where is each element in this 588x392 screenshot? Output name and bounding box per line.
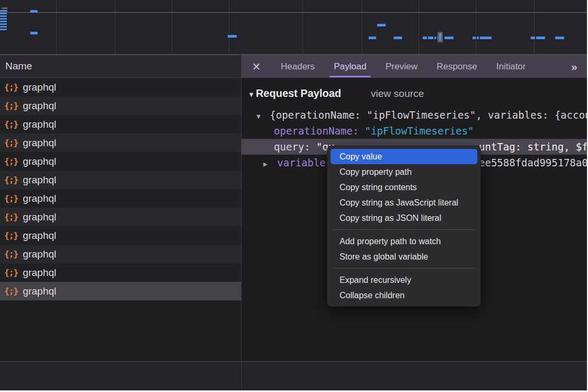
property-name: variables xyxy=(273,157,332,168)
tab-payload[interactable]: Payload xyxy=(324,55,376,78)
more-tabs-icon[interactable]: » xyxy=(562,55,587,78)
request-row[interactable]: {;}graphql xyxy=(0,189,241,208)
overview-request-bar xyxy=(0,18,7,20)
view-source-link[interactable]: view source xyxy=(371,88,424,99)
request-row[interactable]: {;}graphql xyxy=(0,133,241,152)
json-braces-icon: {;} xyxy=(4,101,18,111)
request-name: graphql xyxy=(23,82,56,93)
overview-request-bar xyxy=(0,29,7,30)
tabs-holder: HeadersPayloadPreviewResponseInitiator xyxy=(271,55,535,78)
menu-item-store-as-global-variable[interactable]: Store as global variable xyxy=(331,249,477,264)
request-rows: {;}graphql{;}graphql{;}graphql{;}graphql… xyxy=(0,78,241,300)
request-name: graphql xyxy=(23,230,56,242)
overview-request-bar xyxy=(444,37,453,39)
menu-item-copy-string-contents[interactable]: Copy string contents xyxy=(331,180,477,195)
menu-item-add-property-path-to-watch[interactable]: Add property path to watch xyxy=(331,234,477,249)
tab-headers[interactable]: Headers xyxy=(271,55,324,78)
tab-preview[interactable]: Preview xyxy=(376,55,427,78)
property-separator: : xyxy=(304,141,316,153)
json-braces-icon: {;} xyxy=(4,138,18,148)
overview-request-bar xyxy=(428,37,433,39)
request-row[interactable]: {;}graphql xyxy=(0,152,241,171)
overview-request-bar xyxy=(555,37,564,39)
overview-gridline xyxy=(0,12,587,13)
overview-request-bar xyxy=(423,37,427,39)
tab-label: Headers xyxy=(281,61,315,72)
json-braces-icon: {;} xyxy=(4,82,18,92)
request-row[interactable]: {;}graphql xyxy=(0,96,241,115)
property-value: "ipFlowTimeseries" xyxy=(365,125,474,137)
request-row[interactable]: {;}graphql xyxy=(0,78,241,96)
menu-item-expand-recursively[interactable]: Expand recursively xyxy=(331,272,477,288)
request-row[interactable]: {;}graphql xyxy=(0,282,241,300)
object-preview-text: {operationName: "ipFlowTimeseries", vari… xyxy=(266,109,587,121)
property-separator: : xyxy=(353,125,365,137)
request-name: graphql xyxy=(23,211,56,223)
collapse-triangle-icon[interactable]: ▼ xyxy=(248,91,255,99)
name-column-header[interactable]: Name xyxy=(0,55,241,78)
overview-request-bar xyxy=(369,37,376,39)
tab-response[interactable]: Response xyxy=(427,55,487,78)
network-overview-timeline[interactable] xyxy=(0,0,587,55)
close-icon[interactable]: ✕ xyxy=(242,55,271,78)
expand-triangle-icon[interactable]: ▶ xyxy=(242,160,268,168)
request-name: graphql xyxy=(23,174,56,186)
property-value-right-fragment: untTag: string, $f xyxy=(479,139,587,155)
overview-gridline xyxy=(302,0,303,54)
overview-gridline xyxy=(172,0,172,54)
overview-request-bar xyxy=(30,32,38,34)
overview-request-bar xyxy=(477,37,479,39)
overview-hover-marker xyxy=(438,32,443,42)
menu-divider xyxy=(333,268,475,269)
menu-item-copy-string-as-json-literal[interactable]: Copy string as JSON literal xyxy=(331,210,477,226)
overview-hover-marker-bar xyxy=(439,33,441,41)
overview-gridline xyxy=(418,0,419,54)
tab-initiator[interactable]: Initiator xyxy=(487,55,536,78)
request-row[interactable]: {;}graphql xyxy=(0,245,241,263)
menu-item-copy-value[interactable]: Copy value xyxy=(331,149,477,164)
devtools-window: Name {;}graphql{;}graphql{;}graphql{;}gr… xyxy=(0,0,587,390)
request-row[interactable]: {;}graphql xyxy=(0,263,241,282)
tree-row-operation-name[interactable]: operationName: "ipFlowTimeseries" xyxy=(242,123,587,139)
request-row[interactable]: {;}graphql xyxy=(0,208,241,226)
request-row[interactable]: {;}graphql xyxy=(0,171,241,189)
overview-request-bar xyxy=(30,10,38,13)
overview-gridline xyxy=(362,0,362,54)
json-braces-icon: {;} xyxy=(4,175,18,185)
tab-label: Preview xyxy=(386,61,417,72)
request-payload-header: ▼Request Payloadview source xyxy=(248,87,424,100)
overview-request-bar xyxy=(377,24,386,26)
overview-gridline xyxy=(476,0,476,54)
json-braces-icon: {;} xyxy=(4,156,18,166)
section-title: Request Payload xyxy=(256,87,341,99)
tree-row-object-preview[interactable]: ▼ {operationName: "ipFlowTimeseries", va… xyxy=(242,107,587,123)
request-row[interactable]: {;}graphql xyxy=(0,226,241,245)
request-name: graphql xyxy=(23,248,56,260)
overview-request-bar xyxy=(0,10,7,12)
collapse-triangle-icon[interactable]: ▼ xyxy=(242,112,261,120)
tab-label: Initiator xyxy=(496,61,526,72)
menu-item-collapse-children[interactable]: Collapse children xyxy=(331,288,477,303)
overview-gridline xyxy=(534,0,534,54)
request-name: graphql xyxy=(23,100,56,112)
menu-item-copy-property-path[interactable]: Copy property path xyxy=(331,164,477,180)
overview-request-bar xyxy=(0,26,7,28)
request-name: graphql xyxy=(23,193,56,204)
tab-label: Response xyxy=(436,61,477,72)
overview-request-bar xyxy=(0,13,7,14)
request-row[interactable]: {;}graphql xyxy=(0,115,241,133)
overview-request-bar xyxy=(0,15,7,17)
detail-tabbar: ✕ HeadersPayloadPreviewResponseInitiator… xyxy=(242,55,587,78)
json-braces-icon: {;} xyxy=(4,286,18,296)
panel-divider[interactable] xyxy=(241,55,242,390)
overview-request-bar xyxy=(394,37,402,39)
overview-request-bar xyxy=(536,37,545,39)
tab-label: Payload xyxy=(334,61,366,72)
menu-item-copy-string-as-javascript-literal[interactable]: Copy string as JavaScript literal xyxy=(331,195,477,210)
request-name: graphql xyxy=(23,119,56,130)
context-menu: Copy valueCopy property pathCopy string … xyxy=(327,146,481,307)
request-name: graphql xyxy=(23,286,56,297)
json-braces-icon: {;} xyxy=(4,249,18,259)
property-value-right-fragment: ee5588fdad995178a0 xyxy=(479,155,587,171)
active-tab-underline xyxy=(329,76,370,77)
